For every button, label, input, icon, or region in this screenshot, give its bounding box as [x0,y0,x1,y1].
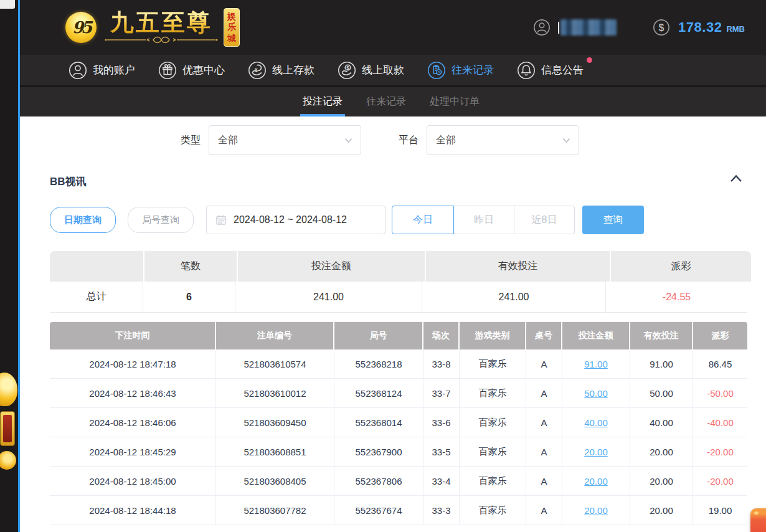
summary-label: 总计 [50,282,143,312]
cell-valid-bet: 91.00 [630,349,693,379]
date-query-button[interactable]: 日期查询 [50,207,116,233]
balance-currency: RMB [726,24,745,34]
bet-amount-link[interactable]: 50.00 [562,379,630,408]
chevron-down-icon [345,138,352,143]
yesterday-button[interactable]: 昨日 [454,206,514,234]
nav-item-withdraw[interactable]: $ 线上取款 [338,61,404,80]
bet-header-cell: 桌号 [526,322,561,349]
site-logo[interactable]: 95 九五至尊 娱乐城 [65,6,240,49]
cell-round-number: 552367806 [334,467,423,496]
bet-header-cell: 注单编号 [216,322,333,349]
cell-order-number: 521803610574 [216,349,334,379]
cell-valid-bet: 50.00 [630,379,693,408]
cell-payout: -20.00 [693,467,747,496]
chevron-down-icon [563,138,570,143]
summary-header-cell: 派彩 [611,251,751,282]
cell-session: 33-5 [423,437,460,467]
cell-table-number: A [526,467,562,496]
background-window-corner [0,0,15,9]
cell-valid-bet: 40.00 [630,408,693,437]
nav-item-deposit[interactable]: ¥ 线上存款 [248,61,314,80]
round-query-button[interactable]: 局号查询 [128,207,194,233]
bet-header-cell: 局号 [334,322,422,349]
cell-bet-time: 2024-08-12 18:46:06 [50,408,216,437]
background-window-strip [0,0,18,532]
balance-area[interactable]: $ 178.32 RMB [653,19,745,36]
tab-transaction-records[interactable]: 往来记录 [365,87,407,116]
bet-amount-link[interactable]: 20.00 [562,467,630,496]
bet-amount-link[interactable]: 40.00 [562,408,630,437]
bell-icon [517,61,536,80]
type-select[interactable]: 全部 [209,125,361,155]
bet-header-cell: 游戏类别 [460,322,525,349]
nav-label: 线上取款 [362,63,404,77]
gold-coin-decoration [0,451,16,470]
summary-bet-amount: 241.00 [235,282,422,312]
nav-item-my-account[interactable]: 我的账户 [69,61,135,80]
site-header: 95 九五至尊 娱乐城 [20,0,766,55]
cell-session: 33-8 [423,349,460,379]
cell-session: 33-6 [423,408,460,437]
tab-bet-records[interactable]: 投注记录 [301,87,344,116]
cell-table-number: A [526,379,562,408]
withdraw-icon: $ [338,61,356,80]
today-button[interactable]: 今日 [392,206,454,234]
bet-header-cell: 有效投注 [630,322,692,349]
search-button[interactable]: 查询 [582,206,644,234]
cell-game-type: 百家乐 [460,437,526,467]
cell-table-number: A [526,437,562,467]
dollar-coin-icon: $ [653,19,670,36]
tab-pending-orders[interactable]: 处理中订单 [428,87,481,116]
main-nav: 我的账户 优惠中心 [20,55,766,85]
nav-item-transaction-records[interactable]: 往来记录 [427,61,494,80]
bet-amount-link[interactable]: 20.00 [562,496,630,525]
bet-amount-link[interactable]: 91.00 [562,349,630,379]
nav-item-announcements[interactable]: 信息公告 [517,61,584,80]
date-range-input[interactable]: 2024-08-12 ~ 2024-08-12 [206,206,385,234]
cell-game-type: 百家乐 [460,408,526,437]
deposit-icon: ¥ [248,61,267,80]
user-info-area: $ 178.32 RMB [533,0,745,55]
cell-order-number: 521803608405 [216,467,334,496]
summary-header-cell: 有效投注 [426,251,610,282]
logo-monogram-icon: 95 [65,12,97,43]
type-select-value: 全部 [218,134,345,147]
cell-valid-bet: 20.00 [630,496,693,525]
table-row: 2024-08-12 18:44:18 521803607782 5523676… [50,496,747,525]
brand-name: 九五至尊 [110,11,212,36]
type-filter-label: 类型 [181,134,201,147]
svg-text:$: $ [346,64,349,70]
last-8-days-button[interactable]: 近8日 [514,206,575,234]
cell-game-type: 百家乐 [460,467,526,496]
nav-label: 往来记录 [452,63,494,77]
user-account[interactable] [533,19,617,36]
summary-table: 笔数投注金额有效投注派彩 总计 6 241.00 241.00 -24.55 [50,251,747,313]
cell-order-number: 521803608851 [216,437,334,467]
cell-order-number: 521803609450 [216,408,334,437]
brand-badge: 娱乐城 [224,8,240,47]
nav-item-promotions[interactable]: 优惠中心 [158,61,225,80]
collapse-section-button[interactable] [730,174,742,183]
bet-table-body: 2024-08-12 18:47:18 521803610574 5523682… [50,349,747,525]
summary-payout: -24.55 [606,282,747,312]
summary-header-cell [50,251,143,282]
table-row: 2024-08-12 18:47:18 521803610574 5523682… [50,349,747,379]
summary-count: 6 [143,282,235,312]
table-row: 2024-08-12 18:45:29 521803608851 5523679… [50,437,747,467]
platform-select[interactable]: 全部 [427,125,579,155]
cell-round-number: 552368218 [334,349,423,379]
cell-payout: -50.00 [693,379,747,408]
bet-records-table: 下注时间注单编号局号场次游戏类别桌号投注金额有效投注派彩 2024-08-12 … [50,322,747,525]
bet-amount-link[interactable]: 20.00 [562,437,630,467]
nav-label: 线上存款 [272,63,314,77]
chevron-up-icon [730,174,742,183]
summary-valid-bet: 241.00 [422,282,606,312]
svg-text:¥: ¥ [255,66,258,72]
gold-badge-decoration [0,411,15,446]
nav-label: 信息公告 [541,63,584,77]
cell-valid-bet: 20.00 [630,467,693,496]
platform-filter-label: 平台 [399,134,418,147]
cell-game-type: 百家乐 [460,349,526,379]
floating-red-packet-widget[interactable] [750,508,766,532]
summary-header-cell: 投注金额 [238,251,425,282]
